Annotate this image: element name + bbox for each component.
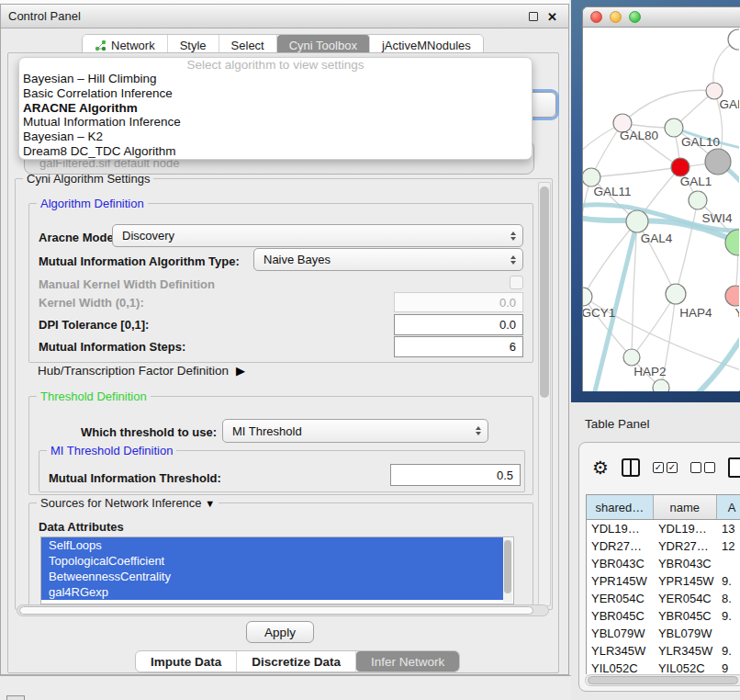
settings-vertical-scrollbar[interactable] xyxy=(538,182,551,606)
node-label: GAL80 xyxy=(620,129,658,142)
network-node[interactable] xyxy=(671,158,690,176)
mi-threshold-title: MI Threshold Definition xyxy=(47,444,176,457)
algorithm-item[interactable]: Dream8 DC_TDC Algorithm xyxy=(19,144,532,159)
scrollbar-thumb[interactable] xyxy=(588,676,738,684)
network-node[interactable] xyxy=(725,286,739,306)
bottom-strip xyxy=(0,675,571,700)
deselect-all-columns-icon[interactable] xyxy=(690,462,715,473)
attribute-items: SelfLoopsTopologicalCoefficientBetweenne… xyxy=(41,537,513,600)
attribute-item[interactable]: gal4RGexp xyxy=(41,584,503,600)
export-table-icon[interactable] xyxy=(728,457,740,478)
scrollbar-thumb[interactable] xyxy=(19,606,533,615)
dpi-tolerance-label: DPI Tolerance [0,1]: xyxy=(39,318,149,332)
dpi-tolerance-field[interactable]: 0.0 xyxy=(394,314,523,335)
table-cell: YDR27… xyxy=(587,537,654,555)
attribute-list-scrollbar[interactable] xyxy=(503,538,512,603)
algorithm-item[interactable]: Basic Correlation Inference xyxy=(19,86,532,101)
threshold-definition-title: Threshold Definition xyxy=(37,390,151,403)
table-cell: YBR043C xyxy=(654,555,717,572)
table-cell: YBR045C xyxy=(654,607,717,625)
algorithm-definition-title: Algorithm Definition xyxy=(37,197,148,210)
algorithm-item[interactable]: Bayesian – K2 xyxy=(19,130,532,144)
kernel-width-value: 0.0 xyxy=(499,296,516,310)
table-cell: YLR345W xyxy=(654,642,717,660)
table-toolbar: ⚙ ✓ ✓ xyxy=(579,443,740,492)
mi-threshold-field[interactable]: 0.5 xyxy=(390,464,521,486)
table-cell: 9. xyxy=(717,607,740,625)
algorithm-item[interactable]: ARACNE Algorithm xyxy=(19,101,532,116)
hub-definition-toggle[interactable]: Hub/Transcription Factor Definition ▶ xyxy=(38,364,245,378)
which-threshold-combo[interactable]: MI Threshold xyxy=(222,419,488,443)
gear-icon[interactable]: ⚙ xyxy=(592,458,609,477)
manual-kernel-checkbox[interactable] xyxy=(510,276,523,289)
network-node[interactable] xyxy=(705,149,731,175)
float-window-icon[interactable] xyxy=(529,12,538,21)
network-node[interactable] xyxy=(653,379,669,391)
scrollbar-thumb[interactable] xyxy=(540,186,549,398)
sources-title-text: Sources for Network Inference xyxy=(40,496,202,510)
split-columns-icon[interactable] xyxy=(622,458,640,477)
network-canvas[interactable]: GALGAL80GAL10GAL1GAL11SWI4GAL4GCY1HAP4YH… xyxy=(583,28,739,391)
sources-title[interactable]: Sources for Network Inference ▼ xyxy=(37,496,219,511)
mi-steps-field[interactable]: 6 xyxy=(394,336,523,357)
node-label: SWI4 xyxy=(701,211,732,225)
kernel-width-field[interactable]: 0.0 xyxy=(394,292,523,312)
table-cell: YPR145W xyxy=(587,572,654,590)
network-node[interactable] xyxy=(666,284,686,304)
network-node[interactable] xyxy=(689,191,707,209)
table-horizontal-scrollbar[interactable] xyxy=(585,674,740,686)
table-row[interactable]: YDL19…YDL19…13 xyxy=(587,520,740,537)
minimized-panel-icon[interactable] xyxy=(6,695,25,700)
node-label: GAL xyxy=(719,97,739,111)
table-row[interactable]: YIL052CYIL052C9 xyxy=(587,660,740,674)
table-row[interactable]: YBL079WYBL079W xyxy=(587,625,740,642)
network-window[interactable]: GALGAL80GAL10GAL1GAL11SWI4GAL4GCY1HAP4YH… xyxy=(582,6,740,391)
algorithm-item[interactable]: Bayesian – Hill Climbing xyxy=(19,72,532,86)
table-cell xyxy=(717,555,740,572)
algorithm-definition-group: Algorithm Definition Aracne Mode: Discov… xyxy=(28,203,533,363)
table-row[interactable]: YER054CYER054C8. xyxy=(587,590,740,607)
apply-button[interactable]: Apply xyxy=(246,621,314,643)
network-node[interactable] xyxy=(665,119,683,137)
network-node[interactable] xyxy=(623,349,640,366)
network-node[interactable] xyxy=(626,210,648,232)
scrollbar-thumb[interactable] xyxy=(504,540,511,593)
column-header[interactable]: name xyxy=(654,495,717,519)
close-icon[interactable]: ✕ xyxy=(547,11,557,23)
tab-label: Impute Data xyxy=(151,655,221,669)
network-node[interactable] xyxy=(583,168,600,186)
minimize-traffic-light-icon[interactable] xyxy=(610,11,622,23)
aracne-mode-combo[interactable]: Discovery xyxy=(112,224,523,247)
node-label: GAL1 xyxy=(680,175,712,188)
zoom-traffic-light-icon[interactable] xyxy=(629,11,641,23)
network-edge xyxy=(591,167,680,177)
algorithm-item[interactable]: Mutual Information Inference xyxy=(19,115,532,130)
bottom-tab-impute-data[interactable]: Impute Data xyxy=(136,651,237,672)
network-window-titlebar xyxy=(583,7,740,28)
bottom-tab-discretize-data[interactable]: Discretize Data xyxy=(237,651,356,672)
network-node[interactable] xyxy=(728,29,739,50)
aracne-mode-value: Discovery xyxy=(122,229,174,243)
column-header[interactable]: A xyxy=(717,495,740,519)
mi-type-combo[interactable]: Naive Bayes xyxy=(253,248,523,271)
network-node[interactable] xyxy=(725,230,739,255)
attribute-item[interactable]: BetweennessCentrality xyxy=(41,569,503,584)
table-cell: YBL079W xyxy=(654,625,717,642)
table-row[interactable]: YDR27…YDR27…12 xyxy=(587,537,740,555)
mi-threshold-group: MI Threshold Definition Mutual Informati… xyxy=(39,450,525,492)
table-cell: YER054C xyxy=(654,590,717,607)
attribute-item[interactable]: SelfLoops xyxy=(41,537,503,553)
table-row[interactable]: YBR045CYBR045C9. xyxy=(587,607,740,625)
network-node[interactable] xyxy=(583,288,592,306)
table-cell: 8. xyxy=(717,590,740,607)
column-header[interactable]: shared… xyxy=(587,495,654,519)
close-traffic-light-icon[interactable] xyxy=(590,11,602,23)
attribute-item[interactable]: TopologicalCoefficient xyxy=(41,553,503,569)
table-row[interactable]: YLR345WYLR345W9. xyxy=(587,642,740,660)
table-row[interactable]: YBR043CYBR043C xyxy=(587,555,740,572)
bottom-tab-infer-network[interactable]: Infer Network xyxy=(356,651,459,672)
settings-horizontal-scrollbar[interactable] xyxy=(17,604,549,616)
table-cell: YBL079W xyxy=(587,625,654,642)
table-row[interactable]: YPR145WYPR145W9. xyxy=(587,572,740,590)
select-all-columns-icon[interactable]: ✓ ✓ xyxy=(653,462,678,473)
